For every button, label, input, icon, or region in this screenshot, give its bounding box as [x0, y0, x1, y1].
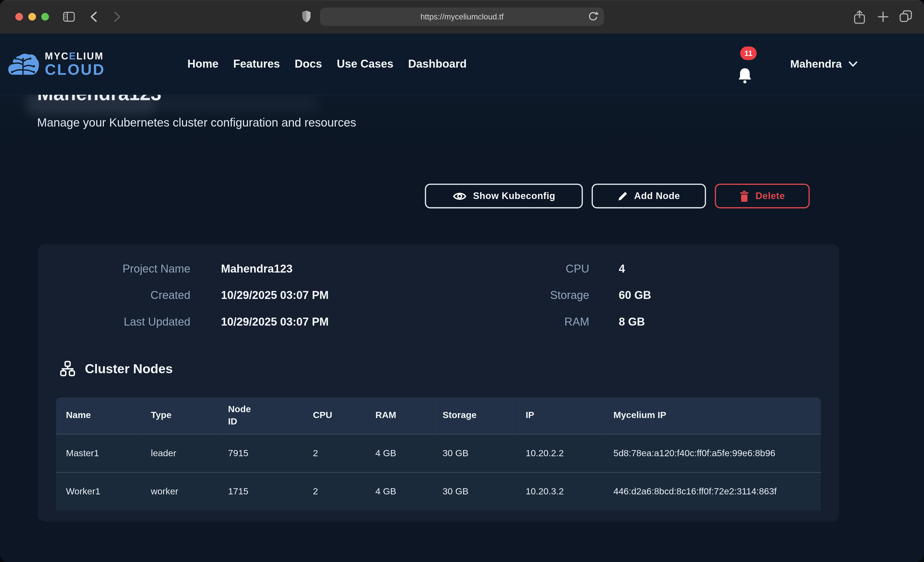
brand-logo[interactable]: MYCELIUM CLOUD: [8, 51, 105, 77]
col-header-type: Type: [141, 397, 218, 434]
cell-cpu: 2: [303, 472, 366, 510]
col-header-ip: IP: [516, 397, 603, 434]
cell-name: Master1: [56, 434, 141, 472]
privacy-shield-icon[interactable]: [302, 10, 311, 23]
mycelium-cloud-logo-icon: [8, 53, 39, 75]
close-window-button[interactable]: [15, 13, 23, 21]
cell-cpu: 2: [303, 434, 366, 472]
scroll-blur-artifact: [26, 93, 153, 115]
page-content: Mahendra123: [0, 34, 924, 562]
browser-chrome: https://myceliumcloud.tf: [0, 0, 924, 34]
cell-type: leader: [141, 434, 218, 472]
cell-ip: 10.20.3.2: [516, 472, 603, 510]
show-kubeconfig-button[interactable]: Show Kubeconfig: [425, 184, 583, 209]
address-bar-url: https://myceliumcloud.tf: [420, 12, 503, 21]
nav-link-home[interactable]: Home: [188, 58, 219, 71]
col-header-ram: RAM: [366, 397, 433, 434]
detail-storage: Storage 60 GB: [501, 289, 651, 302]
cell-mycelium-ip: 5d8:78ea:a120:f40c:ff0f:a5fe:99e6:8b96: [603, 434, 821, 472]
table-row: Master1 leader 7915 2 4 GB 30 GB 10.20.2…: [56, 434, 821, 472]
address-bar[interactable]: https://myceliumcloud.tf: [320, 8, 604, 26]
tab-overview-icon[interactable]: [899, 10, 913, 24]
cell-name: Worker1: [56, 472, 141, 510]
eye-icon: [452, 191, 466, 201]
cell-mycelium-ip: 446:d2a6:8bcd:8c16:ff0f:72e2:3114:863f: [603, 472, 821, 510]
nav-link-docs[interactable]: Docs: [295, 58, 322, 71]
cell-type: worker: [141, 472, 218, 510]
cluster-nodes-header: Cluster Nodes: [59, 361, 173, 377]
chevron-down-icon: [849, 61, 858, 67]
nav-link-use-cases[interactable]: Use Cases: [337, 58, 393, 71]
sidebar-toggle-icon[interactable]: [63, 12, 75, 22]
col-header-storage: Storage: [433, 397, 516, 434]
user-name: Mahendra: [790, 58, 842, 71]
add-node-button[interactable]: Add Node: [592, 184, 706, 209]
bell-icon: [736, 67, 753, 85]
col-header-cpu: CPU: [303, 397, 366, 434]
new-tab-icon[interactable]: [878, 11, 889, 22]
cell-storage: 30 GB: [433, 472, 516, 510]
user-menu[interactable]: Mahendra: [790, 34, 858, 95]
traffic-lights: [15, 13, 49, 21]
detail-last-updated: Last Updated 10/29/2025 03:07 PM: [59, 315, 329, 329]
brand-e-bars: E: [69, 51, 76, 61]
col-header-name: Name: [56, 397, 141, 434]
cell-ip: 10.20.2.2: [516, 434, 603, 472]
back-button[interactable]: [90, 11, 98, 22]
notification-count-badge: 11: [740, 46, 756, 60]
top-navbar: MYCELIUM CLOUD Home Features Docs Use Ca…: [0, 34, 924, 95]
delete-cluster-button[interactable]: Delete: [715, 184, 810, 209]
reload-icon[interactable]: [587, 10, 599, 22]
table-row: Worker1 worker 1715 2 4 GB 30 GB 10.20.3…: [56, 472, 821, 510]
detail-created: Created 10/29/2025 03:07 PM: [59, 289, 329, 302]
scroll-blur-artifact-2: [147, 95, 318, 112]
notifications-button[interactable]: 11: [735, 46, 764, 87]
browser-window: https://myceliumcloud.tf Mahendra123: [0, 0, 924, 562]
cell-ram: 4 GB: [366, 472, 433, 510]
cell-storage: 30 GB: [433, 434, 516, 472]
col-header-mycelium-ip: Mycelium IP: [603, 397, 821, 434]
cluster-nodes-icon: [59, 361, 76, 377]
detail-cpu: CPU 4: [501, 263, 625, 276]
zoom-window-button[interactable]: [41, 13, 49, 21]
table-header-row: Name Type Node ID CPU RAM Storage IP Myc…: [56, 397, 821, 434]
forward-button[interactable]: [113, 11, 121, 22]
col-header-node-id: Node ID: [218, 397, 303, 434]
trash-icon: [740, 190, 749, 202]
cluster-nodes-title: Cluster Nodes: [85, 361, 173, 377]
minimize-window-button[interactable]: [28, 13, 36, 21]
nav-link-dashboard[interactable]: Dashboard: [408, 58, 467, 71]
cell-ram: 4 GB: [366, 434, 433, 472]
nav-links: Home Features Docs Use Cases Dashboard: [188, 34, 467, 95]
cell-node-id: 1715: [218, 472, 303, 510]
page-subtitle: Manage your Kubernetes cluster configura…: [37, 116, 356, 130]
brand-wordmark: MYCELIUM CLOUD: [45, 51, 105, 77]
cluster-nodes-table: Name Type Node ID CPU RAM Storage IP Myc…: [56, 397, 821, 510]
nav-link-features[interactable]: Features: [233, 58, 280, 71]
cell-node-id: 7915: [218, 434, 303, 472]
share-icon[interactable]: [854, 10, 865, 24]
pencil-icon: [618, 191, 627, 201]
detail-ram: RAM 8 GB: [501, 315, 645, 329]
cluster-details-card: Project Name Mahendra123 Created 10/29/2…: [38, 244, 839, 522]
detail-project-name: Project Name Mahendra123: [59, 263, 292, 276]
cluster-actions-toolbar: Show Kubeconfig Add Node Delete: [425, 184, 810, 209]
